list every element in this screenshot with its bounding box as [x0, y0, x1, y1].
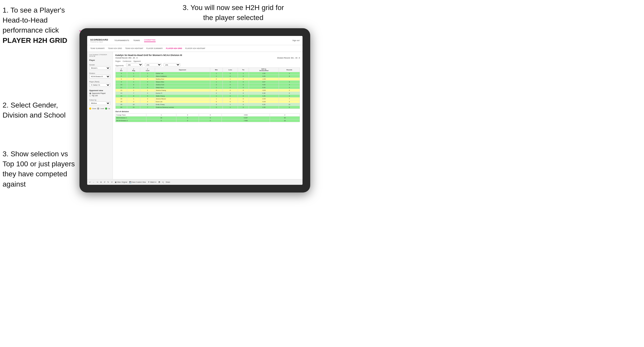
conference-label: Conference: [123, 60, 132, 62]
sidebar-opponent-view-section: Opponent view Opponents Played Top 100: [89, 89, 110, 97]
h2h-table: #Div #Reg #Conf Opponent Win Loss Tie Di…: [115, 68, 300, 109]
colour-by-select[interactable]: Win/loss: [89, 101, 110, 105]
sidebar: Last Updated: 27/03/202416:55:38 Player …: [87, 52, 113, 179]
legend-down-dot: [89, 108, 91, 110]
table-header-row: #Div #Reg #Conf Opponent Win Loss Tie Di…: [116, 68, 300, 72]
player-rank-label: Player (Rank): [89, 81, 110, 83]
toolbar-save-custom[interactable]: 💾 Save Custom View: [129, 181, 146, 183]
nav-tournaments[interactable]: TOURNAMENTS: [114, 39, 129, 42]
filters-row: Region Conference Opponent: [115, 60, 300, 62]
division-label: Division: [89, 72, 110, 74]
record-row: Overall Record: 353 - 34 - 6 Division Re…: [115, 57, 300, 59]
instruction-top-right: 3. You will now see H2H grid for the pla…: [179, 3, 287, 23]
col-opponent: Opponent: [155, 68, 210, 72]
col-rounds: Rounds: [279, 68, 300, 72]
instruction-2-text: 2. Select Gender, Division and School: [3, 101, 66, 119]
toolbar-menu[interactable]: ≡|: [162, 181, 164, 183]
filter-opponent-group: Opponent: [133, 60, 141, 62]
opponent-select[interactable]: (All): [164, 63, 180, 66]
subnav-team-h2h-grid[interactable]: TEAM H2H GRID: [108, 47, 122, 49]
table-row: 633 Sydney Kuo 010 -1.00: [116, 78, 300, 81]
nav-right: Sign out: [292, 39, 299, 42]
nav-bar: SCOREBOARD Powered by clippd TOURNAMENTS…: [87, 36, 303, 45]
toolbar-watch[interactable]: 👁 Watch ▾: [148, 181, 156, 183]
subnav-team-h2h-heatmap[interactable]: TEAM H2H HEATMAP: [125, 47, 143, 49]
legend-up-dot: [105, 108, 107, 110]
toolbar-back[interactable]: ←: [93, 181, 95, 183]
table-row: 1063 Andrea York 200 4.004: [116, 83, 300, 86]
player-label: Player: [89, 59, 110, 61]
subnav-player-h2h-heatmap[interactable]: PLAYER H2H HEATMAP: [185, 47, 205, 49]
table-row: 311 Esther Lee 101 1.504: [116, 72, 300, 75]
instruction-1-text: 1. To see a Player's Head-to-Head perfor…: [3, 6, 65, 34]
instruction-2: 2. Select Gender, Division and School: [3, 100, 79, 120]
toolbar-refresh1[interactable]: ↺: [104, 181, 105, 183]
radio-dot-top100: [89, 95, 91, 97]
toolbar-share[interactable]: Share: [166, 181, 170, 183]
nav-committee[interactable]: COMMITTEE: [144, 39, 156, 42]
filters-selects-row: Opponents: (All) (All) (All): [115, 63, 300, 66]
toolbar-view-original[interactable]: ▣ View: Original: [115, 181, 127, 183]
table-row: 1585 Stella Cheng 100 1.254: [116, 95, 300, 98]
conference-select[interactable]: (All): [145, 63, 162, 66]
table-row: Foreign Team 100 4.5002: [116, 114, 300, 117]
table-row: 1311 Jessica Huang 000 -3.002: [116, 89, 300, 92]
table-row: NCAA Division 2 500 7.40010: [116, 119, 300, 122]
subnav-team-summary[interactable]: TEAM SUMMARY: [90, 47, 105, 49]
sidebar-gender-section: Gender Women's: [89, 64, 110, 70]
toolbar-refresh2[interactable]: ↻: [107, 181, 109, 183]
table-row: NAIA Division 1 1500 9.26730: [116, 117, 300, 119]
logo-text: SCOREBOARD: [90, 38, 108, 41]
gender-label: Gender: [89, 64, 110, 66]
data-title: Katelyn Vo Head-to-Head Grid for Women's…: [115, 54, 300, 56]
radio-top-100[interactable]: Top 100: [89, 95, 110, 97]
division-record: Division Record: 331 - 34 - 6: [277, 57, 300, 59]
table-row: 20117 Federica Domecq Lacroze 210 1.336: [116, 106, 300, 109]
data-area: Katelyn Vo Head-to-Head Grid for Women's…: [113, 52, 303, 179]
player-rank-select[interactable]: 8. Katelyn Vo: [89, 83, 110, 87]
table-row: 19106 Emily Chang 410 0.3011: [116, 103, 300, 106]
toolbar-timer[interactable]: ⏱: [111, 181, 113, 183]
toolbar-undo[interactable]: ↩: [89, 181, 91, 183]
opponents-label: Opponents:: [115, 65, 124, 66]
gender-select[interactable]: Women's: [89, 66, 110, 70]
instruction-1: 1. To see a Player's Head-to-Head perfor…: [3, 5, 82, 45]
table-row: 914 Sharon Mun 100 3.673: [116, 81, 300, 83]
filter-region-group: Region: [115, 60, 121, 62]
col-diff: Diff AvStrokes/Rnd: [249, 68, 279, 72]
region-label: Region: [115, 60, 121, 62]
sidebar-player-section: Player: [89, 59, 110, 61]
instruction-3-text: 3. Show selection vs Top 100 or just pla…: [3, 150, 75, 188]
col-win: Win: [210, 68, 223, 72]
sub-nav: TEAM SUMMARY TEAM H2H GRID TEAM H2H HEAT…: [87, 45, 303, 52]
nav-teams[interactable]: TEAMS: [133, 39, 140, 42]
region-select[interactable]: (All): [126, 63, 143, 66]
col-conf: #Conf: [140, 68, 155, 72]
main-content: Last Updated: 27/03/202416:55:38 Player …: [87, 52, 303, 179]
toolbar: ↩ ← ↪ ⊕ ↺ ↻ ⏱ ▣ View: Original 💾 Save Cu…: [87, 179, 303, 185]
opponent-view-label: Opponent view: [89, 89, 110, 92]
legend-level-dot: [97, 108, 99, 110]
subnav-player-summary[interactable]: PLAYER SUMMARY: [146, 47, 163, 49]
colour-by-label: Colour by: [89, 99, 110, 101]
table-row: 1613 Jessica Mason 120 -0.947: [116, 98, 300, 100]
col-loss: Loss: [223, 68, 238, 72]
logo-area: SCOREBOARD Powered by clippd: [90, 38, 108, 43]
tablet-device: SCOREBOARD Powered by clippd TOURNAMENTS…: [79, 28, 310, 192]
col-tie: Tie: [238, 68, 249, 72]
nav-sign-out[interactable]: Sign out: [292, 39, 299, 42]
subnav-player-h2h-grid[interactable]: PLAYER H2H GRID: [166, 47, 182, 49]
toolbar-redo[interactable]: ↪: [97, 181, 98, 183]
col-div: #Div: [116, 68, 127, 72]
radio-group: Opponents Played Top 100: [89, 92, 110, 97]
toolbar-add[interactable]: ⊕: [100, 181, 102, 183]
division-select[interactable]: NCAA Division III: [89, 75, 110, 78]
toolbar-layout[interactable]: ⬒: [158, 181, 160, 183]
sidebar-player-rank-section: Player (Rank) 8. Katelyn Vo: [89, 81, 110, 87]
instruction-1-bold: PLAYER H2H GRID: [3, 36, 67, 44]
radio-opponents-played[interactable]: Opponents Played: [89, 92, 110, 94]
timestamp: Last Updated: 27/03/202416:55:38: [89, 54, 110, 57]
instruction-top-right-text: 3. You will now see H2H grid for the pla…: [183, 4, 284, 22]
table-row: 1474 Eunice Yi 220 0.389: [116, 92, 300, 95]
tablet-screen: SCOREBOARD Powered by clippd TOURNAMENTS…: [87, 36, 303, 185]
